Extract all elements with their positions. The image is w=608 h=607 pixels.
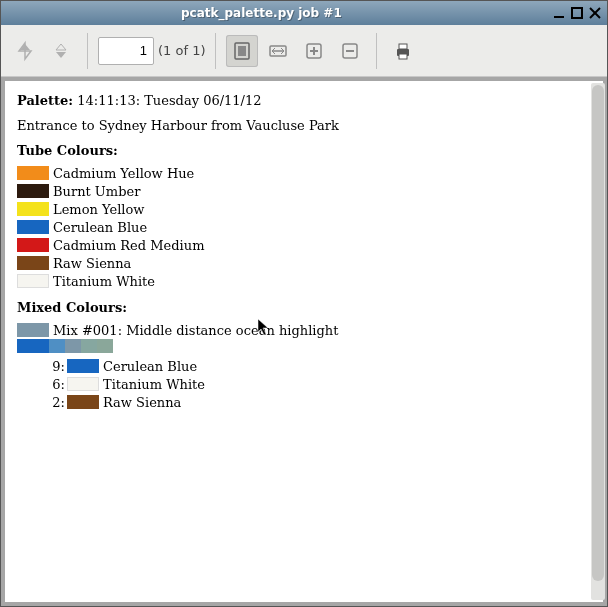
window-root: pcatk_palette.py job #1 (1 of 1)	[0, 0, 608, 607]
next-page-button[interactable]	[45, 35, 77, 67]
component-swatch	[67, 359, 99, 373]
colour-name: Cadmium Yellow Hue	[53, 166, 194, 181]
gradient-stop	[17, 339, 49, 353]
vertical-scrollbar[interactable]	[591, 83, 605, 600]
window-controls	[551, 5, 607, 21]
gradient-stop	[49, 339, 65, 353]
colour-name: Burnt Umber	[53, 184, 140, 199]
tube-colour-row: Titanium White	[17, 272, 591, 290]
colour-name: Lemon Yellow	[53, 202, 144, 217]
tube-colour-row: Raw Sienna	[17, 254, 591, 272]
palette-label: Palette:	[17, 93, 73, 108]
prev-page-button[interactable]	[9, 35, 41, 67]
component-ratio: 6:	[17, 377, 67, 392]
component-name: Cerulean Blue	[103, 359, 197, 374]
close-button[interactable]	[587, 5, 603, 21]
page-number-input[interactable]	[98, 37, 154, 65]
page-count-label: (1 of 1)	[158, 43, 205, 58]
tube-colour-row: Cadmium Red Medium	[17, 236, 591, 254]
mix-gradient	[17, 339, 591, 353]
component-ratio: 2:	[17, 395, 67, 410]
mixed-colours-heading: Mixed Colours:	[17, 300, 591, 315]
colour-name: Titanium White	[53, 274, 155, 289]
svg-rect-1	[572, 8, 582, 18]
gradient-stop	[97, 339, 113, 353]
maximize-button[interactable]	[569, 5, 585, 21]
palette-description: Entrance to Sydney Harbour from Vaucluse…	[17, 118, 591, 133]
zoom-in-button[interactable]	[298, 35, 330, 67]
tube-colours-heading: Tube Colours:	[17, 143, 591, 158]
minimize-button[interactable]	[551, 5, 567, 21]
tube-colour-row: Cerulean Blue	[17, 218, 591, 236]
mix-component-row: 2:Raw Sienna	[17, 393, 591, 411]
svg-rect-14	[399, 44, 407, 49]
zoom-out-button[interactable]	[334, 35, 366, 67]
mix-header-row: Mix #001: Middle distance ocean highligh…	[17, 321, 591, 339]
palette-timestamp: 14:11:13: Tuesday 06/11/12	[77, 93, 261, 108]
svg-rect-15	[399, 54, 407, 59]
gradient-stop	[81, 339, 97, 353]
window-title: pcatk_palette.py job #1	[181, 6, 342, 20]
tube-colour-row: Burnt Umber	[17, 182, 591, 200]
titlebar: pcatk_palette.py job #1	[1, 1, 607, 25]
colour-swatch	[17, 220, 49, 234]
mix-component-row: 6:Titanium White	[17, 375, 591, 393]
tube-colours-list: Cadmium Yellow HueBurnt UmberLemon Yello…	[17, 164, 591, 290]
scrollbar-thumb[interactable]	[592, 85, 604, 581]
colour-swatch	[17, 256, 49, 270]
colour-swatch	[17, 166, 49, 180]
tube-colour-row: Cadmium Yellow Hue	[17, 164, 591, 182]
mix-swatch	[17, 323, 49, 337]
colour-swatch	[17, 238, 49, 252]
document-viewport: Palette: 14:11:13: Tuesday 06/11/12 Entr…	[1, 77, 607, 606]
colour-swatch	[17, 274, 49, 288]
mix-label: Mix #001: Middle distance ocean highligh…	[53, 323, 338, 338]
toolbar: (1 of 1)	[1, 25, 607, 77]
component-name: Raw Sienna	[103, 395, 181, 410]
svg-rect-0	[554, 16, 564, 18]
colour-swatch	[17, 202, 49, 216]
colour-name: Cerulean Blue	[53, 220, 147, 235]
component-name: Titanium White	[103, 377, 205, 392]
fit-width-button[interactable]	[262, 35, 294, 67]
fit-page-button[interactable]	[226, 35, 258, 67]
component-swatch	[67, 377, 99, 391]
gradient-stop	[65, 339, 81, 353]
colour-name: Raw Sienna	[53, 256, 131, 271]
component-swatch	[67, 395, 99, 409]
mix-components-list: 9:Cerulean Blue6:Titanium White2:Raw Sie…	[17, 357, 591, 411]
mix-component-row: 9:Cerulean Blue	[17, 357, 591, 375]
svg-rect-5	[238, 46, 246, 56]
palette-header: Palette: 14:11:13: Tuesday 06/11/12	[17, 93, 591, 108]
document-page: Palette: 14:11:13: Tuesday 06/11/12 Entr…	[5, 81, 603, 602]
colour-swatch	[17, 184, 49, 198]
print-button[interactable]	[387, 35, 419, 67]
colour-name: Cadmium Red Medium	[53, 238, 204, 253]
component-ratio: 9:	[17, 359, 67, 374]
tube-colour-row: Lemon Yellow	[17, 200, 591, 218]
